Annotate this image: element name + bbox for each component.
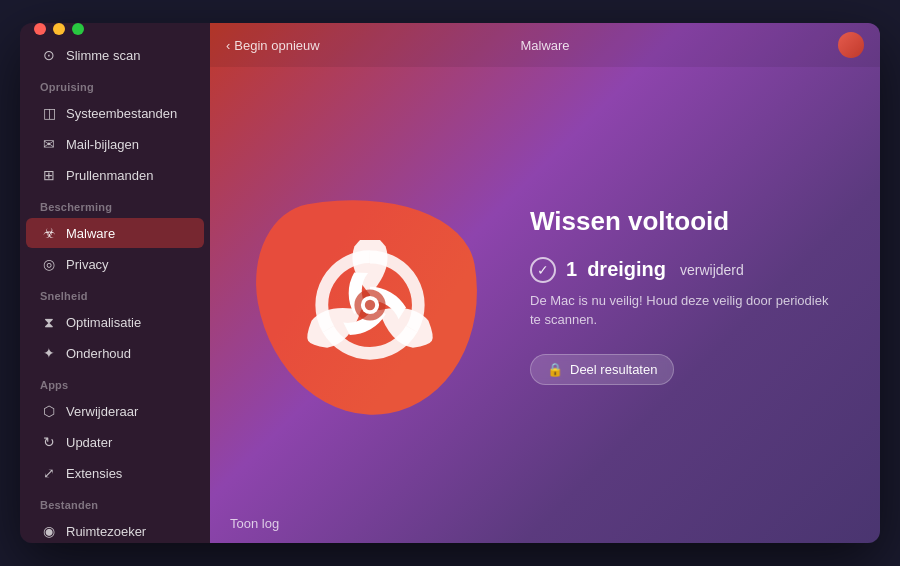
sidebar-item-label: Onderhoud (66, 346, 131, 361)
sidebar-item-label: Slimme scan (66, 48, 140, 63)
malware-icon: ☣ (40, 224, 58, 242)
section-label-opruising: Opruising (20, 71, 210, 97)
sidebar-item-label: Optimalisatie (66, 315, 141, 330)
sidebar-item-optimalisatie[interactable]: ⧗ Optimalisatie (26, 307, 204, 337)
sidebar-item-label: Privacy (66, 257, 109, 272)
uninstall-icon: ⬡ (40, 402, 58, 420)
sidebar-item-extensies[interactable]: ⤢ Extensies (26, 458, 204, 488)
titlebar (20, 23, 210, 35)
sidebar-item-label: Updater (66, 435, 112, 450)
mail-icon: ✉ (40, 135, 58, 153)
systeembestanden-icon: ◫ (40, 104, 58, 122)
close-button[interactable] (34, 23, 46, 35)
sidebar-item-systeembestanden[interactable]: ◫ Systeembestanden (26, 98, 204, 128)
sidebar-item-prullenmanden[interactable]: ⊞ Prullenmanden (26, 160, 204, 190)
sidebar-item-label: Prullenmanden (66, 168, 153, 183)
sidebar-item-malware[interactable]: ☣ Malware (26, 218, 204, 248)
topbar-title: Malware (520, 38, 569, 53)
footer: Toon log (210, 503, 880, 543)
section-label-snelheid: Snelheid (20, 280, 210, 306)
back-label: Begin opnieuw (234, 38, 319, 53)
content-title: Wissen voltooid (530, 206, 840, 237)
sidebar-item-updater[interactable]: ↻ Updater (26, 427, 204, 457)
chevron-left-icon: ‹ (226, 38, 230, 53)
section-label-apps: Apps (20, 369, 210, 395)
maintenance-icon: ✦ (40, 344, 58, 362)
extensions-icon: ⤢ (40, 464, 58, 482)
sidebar-item-label: Extensies (66, 466, 122, 481)
privacy-icon: ◎ (40, 255, 58, 273)
topbar: ‹ Begin opnieuw Malware (210, 23, 880, 67)
share-button[interactable]: 🔒 Deel resultaten (530, 354, 674, 385)
threat-row: ✓ 1 dreiging verwijderd (530, 257, 840, 283)
lock-icon: 🔒 (547, 362, 563, 377)
maximize-button[interactable] (72, 23, 84, 35)
back-button[interactable]: ‹ Begin opnieuw (226, 38, 320, 53)
check-circle-icon: ✓ (530, 257, 556, 283)
threat-suffix: verwijderd (680, 262, 744, 278)
trash-icon: ⊞ (40, 166, 58, 184)
sidebar: ⊙ Slimme scan Opruising ◫ Systeembestand… (20, 23, 210, 543)
optimize-icon: ⧗ (40, 313, 58, 331)
subtitle-text: De Mac is nu veilig! Houd deze veilig do… (530, 291, 840, 330)
section-label-bescherming: Bescherming (20, 191, 210, 217)
space-icon: ◉ (40, 522, 58, 540)
sidebar-item-onderhoud[interactable]: ✦ Onderhoud (26, 338, 204, 368)
svg-point-4 (365, 300, 375, 310)
sidebar-item-privacy[interactable]: ◎ Privacy (26, 249, 204, 279)
threat-label: dreiging (587, 258, 666, 281)
share-button-label: Deel resultaten (570, 362, 657, 377)
threat-count: 1 (566, 258, 577, 281)
content-area: Wissen voltooid ✓ 1 dreiging verwijderd … (500, 67, 880, 543)
sidebar-item-slimme-scan[interactable]: ⊙ Slimme scan (26, 40, 204, 70)
main-content: ‹ Begin opnieuw Malware (210, 23, 880, 543)
show-log-link[interactable]: Toon log (230, 516, 279, 531)
sidebar-item-mail-bijlagen[interactable]: ✉ Mail-bijlagen (26, 129, 204, 159)
sidebar-item-ruimtezoeker[interactable]: ◉ Ruimtezoeker (26, 516, 204, 543)
sidebar-item-label: Malware (66, 226, 115, 241)
app-window: ⊙ Slimme scan Opruising ◫ Systeembestand… (20, 23, 880, 543)
avatar[interactable] (838, 32, 864, 58)
sidebar-item-verwijderaar[interactable]: ⬡ Verwijderaar (26, 396, 204, 426)
sidebar-item-label: Mail-bijlagen (66, 137, 139, 152)
biohazard-icon (305, 240, 435, 370)
sidebar-item-label: Ruimtezoeker (66, 524, 146, 539)
biohazard-container (240, 175, 500, 435)
sidebar-content: ⊙ Slimme scan Opruising ◫ Systeembestand… (20, 35, 210, 543)
update-icon: ↻ (40, 433, 58, 451)
sidebar-item-label: Systeembestanden (66, 106, 177, 121)
scan-icon: ⊙ (40, 46, 58, 64)
illustration-area (210, 67, 530, 543)
sidebar-item-label: Verwijderaar (66, 404, 138, 419)
section-label-bestanden: Bestanden (20, 489, 210, 515)
minimize-button[interactable] (53, 23, 65, 35)
